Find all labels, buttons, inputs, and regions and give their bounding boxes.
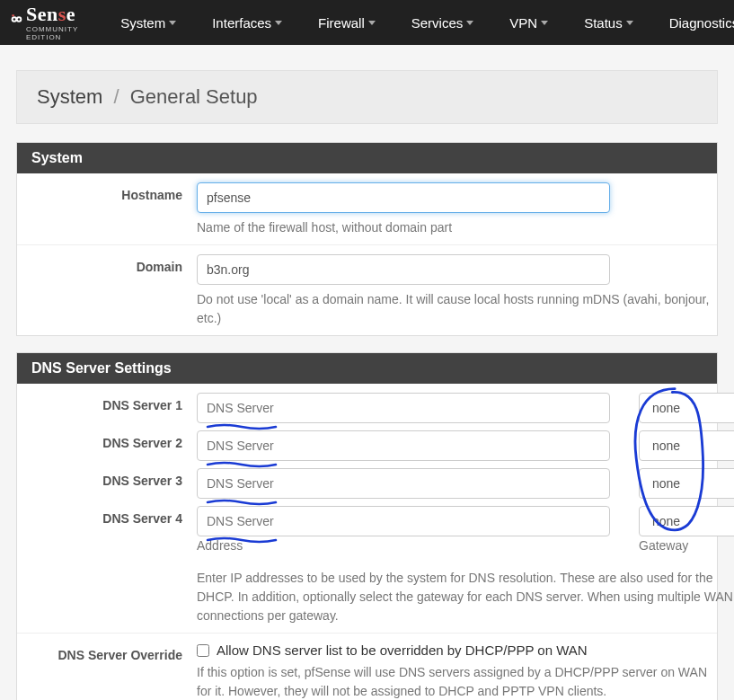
chevron-down-icon <box>275 21 282 25</box>
chevron-down-icon <box>466 21 473 25</box>
row-dns-override: DNS Server Override Allow DNS server lis… <box>17 634 717 700</box>
logo-text-wrap: Sense COMMUNITY EDITION <box>26 4 84 41</box>
panel-system: System Hostname Name of the firewall hos… <box>16 142 718 336</box>
label-dns-override: DNS Server Override <box>17 642 197 700</box>
caption-gateway: Gateway <box>639 538 688 553</box>
nav-label: Status <box>584 15 623 31</box>
chevron-down-icon <box>368 21 376 25</box>
chevron-down-icon <box>626 21 633 25</box>
dns-override-checkbox-label: Allow DNS server list to be overridden b… <box>217 642 588 658</box>
svg-rect-4 <box>12 14 14 16</box>
nav-label: System <box>120 15 165 31</box>
dns-server-2-input[interactable] <box>197 430 610 461</box>
breadcrumb-current: General Setup <box>130 85 258 108</box>
dns-gateway-1-select[interactable]: none <box>639 393 734 423</box>
help-domain: Do not use 'local' as a domain name. It … <box>197 290 712 328</box>
panel-body-system: Hostname Name of the firewall host, with… <box>17 173 717 335</box>
panel-body-dns: DNS Server 1 none DNS Server 2 none <box>17 384 717 700</box>
nav-label: VPN <box>509 15 537 31</box>
top-navbar: Sense COMMUNITY EDITION System Interface… <box>0 0 734 45</box>
dns-server-3-input[interactable] <box>197 468 610 499</box>
logo-subtitle: COMMUNITY EDITION <box>26 25 84 41</box>
row-hostname: Hostname Name of the firewall host, with… <box>17 173 717 245</box>
dns-gateway-2-select[interactable]: none <box>639 430 734 461</box>
nav-items: System Interfaces Firewall Services VPN … <box>102 3 734 43</box>
panel-dns: DNS Server Settings DNS Server 1 none DN… <box>16 352 718 700</box>
logo[interactable]: Sense COMMUNITY EDITION <box>11 4 84 41</box>
nav-item-diagnostics[interactable]: Diagnostics <box>651 3 734 43</box>
help-dns-servers: Enter IP addresses to be used by the sys… <box>197 569 734 625</box>
label-dns-1: DNS Server 1 <box>17 393 197 423</box>
breadcrumb-separator: / <box>113 85 119 108</box>
dns-server-1-input[interactable] <box>197 393 610 423</box>
row-dns-2: DNS Server 2 none <box>17 427 717 465</box>
nav-label: Services <box>411 15 464 31</box>
breadcrumb-root[interactable]: System <box>37 85 102 108</box>
logo-icon <box>11 13 22 31</box>
nav-item-services[interactable]: Services <box>394 3 492 43</box>
nav-item-status[interactable]: Status <box>566 3 651 43</box>
label-dns-3: DNS Server 3 <box>17 468 197 499</box>
help-dns-override: If this option is set, pfSense will use … <box>197 663 712 700</box>
nav-item-system[interactable]: System <box>102 3 194 43</box>
nav-label: Diagnostics <box>669 15 734 31</box>
label-dns-2: DNS Server 2 <box>17 430 197 461</box>
nav-label: Interfaces <box>212 15 271 31</box>
svg-point-3 <box>18 18 21 21</box>
nav-item-firewall[interactable]: Firewall <box>300 3 394 43</box>
domain-input[interactable] <box>197 254 610 285</box>
panel-title-system: System <box>17 143 717 173</box>
dns-override-checkbox-wrap[interactable]: Allow DNS server list to be overridden b… <box>197 642 712 658</box>
svg-point-2 <box>13 18 16 21</box>
dns-override-checkbox[interactable] <box>197 644 209 657</box>
breadcrumb: System / General Setup <box>16 70 718 124</box>
chevron-down-icon <box>541 21 548 25</box>
row-dns-3: DNS Server 3 none <box>17 465 717 502</box>
caption-address: Address <box>197 538 610 553</box>
row-dns-4: DNS Server 4 none Address Gateway Enter … <box>17 502 717 634</box>
label-dns-4: DNS Server 4 <box>17 506 197 625</box>
label-domain: Domain <box>17 254 197 328</box>
nav-item-vpn[interactable]: VPN <box>491 3 566 43</box>
dns-gateway-3-select[interactable]: none <box>639 468 734 499</box>
panel-title-dns: DNS Server Settings <box>17 353 717 384</box>
hostname-input[interactable] <box>197 182 610 213</box>
row-domain: Domain Do not use 'local' as a domain na… <box>17 245 717 335</box>
dns-gateway-4-select[interactable]: none <box>639 506 734 536</box>
row-dns-1: DNS Server 1 none <box>17 384 717 427</box>
chevron-down-icon <box>169 21 176 25</box>
logo-text: Sense <box>26 4 84 24</box>
nav-label: Firewall <box>318 15 365 31</box>
nav-item-interfaces[interactable]: Interfaces <box>194 3 300 43</box>
label-hostname: Hostname <box>17 182 197 237</box>
dns-server-4-input[interactable] <box>197 506 610 536</box>
help-hostname: Name of the firewall host, without domai… <box>197 218 712 237</box>
